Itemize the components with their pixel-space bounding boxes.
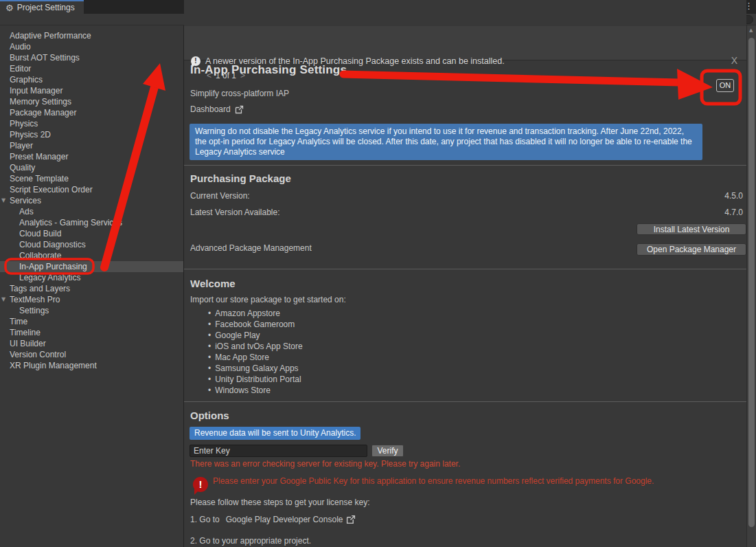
- sidebar-item-label: Package Manager: [10, 108, 76, 118]
- sidebar-item[interactable]: Timeline: [0, 327, 183, 338]
- store-name: Unity Distribution Portal: [215, 375, 301, 384]
- verify-button[interactable]: Verify: [371, 445, 404, 457]
- sidebar-item[interactable]: Analytics - Gaming Services: [0, 217, 183, 228]
- sidebar-item[interactable]: Legacy Analytics: [0, 272, 183, 283]
- sidebar-item-label: Time: [10, 317, 27, 326]
- sidebar-item-label: Editor: [10, 64, 31, 74]
- sidebar-item[interactable]: Adaptive Performance: [0, 30, 183, 41]
- external-link-icon: [346, 515, 356, 524]
- options-heading: Options: [190, 410, 229, 421]
- sidebar-item[interactable]: Settings: [0, 305, 183, 316]
- sidebar-item[interactable]: XR Plugin Management: [0, 360, 183, 371]
- scroll-up-icon[interactable]: ▲: [749, 27, 753, 33]
- store-list-item: Amazon Appstore: [208, 308, 303, 319]
- license-step-2: 2. Go to your appropriate project.: [190, 536, 311, 546]
- sidebar-item[interactable]: Memory Settings: [0, 96, 183, 107]
- advanced-package-label: Advanced Package Management: [190, 243, 312, 253]
- sidebar-item-label: Ads: [19, 207, 34, 216]
- sidebar-item[interactable]: Audio: [0, 41, 183, 52]
- store-name: Facebook Gameroom: [215, 320, 295, 329]
- sidebar-item[interactable]: Version Control: [0, 349, 183, 360]
- sidebar-item-label: Input Manager: [10, 86, 62, 96]
- section-divider: [184, 269, 746, 269]
- step1-prefix: 1. Go to: [190, 515, 220, 524]
- store-list-item: iOS and tvOs App Store: [208, 341, 303, 352]
- sidebar-item[interactable]: Graphics: [0, 74, 183, 85]
- vertical-scrollbar[interactable]: ▲: [746, 25, 756, 547]
- iap-subtitle: Simplify cross-platform IAP: [190, 89, 289, 98]
- store-name: iOS and tvOs App Store: [215, 342, 302, 351]
- external-link-icon: [235, 105, 244, 114]
- purchasing-package-heading: Purchasing Package: [190, 172, 291, 184]
- store-list-item: Samsung Galaxy Apps: [208, 363, 303, 374]
- current-version-value: 4.5.0: [724, 191, 743, 201]
- google-key-error-text: Please enter your Google Public Key for …: [213, 476, 731, 486]
- sidebar-item[interactable]: Physics 2D: [0, 129, 183, 140]
- store-list-item: Mac App Store: [208, 352, 303, 363]
- scrollbar-thumb[interactable]: [748, 38, 755, 527]
- sidebar-item[interactable]: Player: [0, 140, 183, 151]
- store-name: Windows Store: [215, 386, 271, 395]
- sidebar-item[interactable]: UI Builder: [0, 338, 183, 349]
- project-settings-window: ⚙ Project Settings ⋮ Adaptive Performanc…: [0, 0, 756, 547]
- sidebar-item-label: Legacy Analytics: [19, 273, 80, 282]
- welcome-heading: Welcome: [190, 278, 236, 289]
- sidebar-item[interactable]: Burst AOT Settings: [0, 52, 183, 63]
- sidebar-item-label: Cloud Build: [19, 229, 61, 238]
- tab-project-settings[interactable]: ⚙ Project Settings: [0, 0, 84, 14]
- sidebar-item-label: Cloud Diagnostics: [19, 240, 86, 249]
- section-divider: [184, 165, 746, 166]
- notification-banner: ! A newer version of the In-App Purchasi…: [184, 26, 746, 60]
- sidebar-item[interactable]: Package Manager: [0, 107, 183, 118]
- sidebar-item-label: Adaptive Performance: [10, 31, 91, 41]
- sidebar-item[interactable]: Physics: [0, 118, 183, 129]
- sidebar-item[interactable]: Services: [0, 195, 183, 206]
- sidebar-item-label: In-App Purchasing: [19, 262, 87, 271]
- sidebar-item[interactable]: Scene Template: [0, 173, 183, 184]
- google-play-console-link[interactable]: Google Play Developer Console: [226, 515, 343, 524]
- sidebar-item-label: Memory Settings: [10, 97, 71, 107]
- sidebar-item-label: Script Execution Order: [10, 185, 93, 194]
- sidebar-item[interactable]: Time: [0, 316, 183, 327]
- gear-icon: ⚙: [5, 3, 14, 12]
- sidebar-item[interactable]: Script Execution Order: [0, 184, 183, 195]
- sidebar-item[interactable]: Editor: [0, 63, 183, 74]
- store-name: Google Play: [215, 331, 260, 340]
- store-list-item: Unity Distribution Portal: [208, 374, 303, 385]
- store-name: Amazon Appstore: [215, 309, 280, 318]
- iap-on-toggle[interactable]: ON: [716, 79, 734, 92]
- latest-version-row: Latest Version Available: 4.7.0: [190, 208, 743, 217]
- store-name: Samsung Galaxy Apps: [215, 364, 298, 373]
- server-error-text: There was an error checking server for e…: [190, 459, 460, 469]
- sidebar-item[interactable]: Ads: [0, 206, 183, 217]
- store-list-item: Facebook Gameroom: [208, 319, 303, 330]
- sidebar-item[interactable]: Preset Manager: [0, 151, 183, 162]
- sidebar-item-label: Version Control: [10, 350, 66, 359]
- sidebar-item[interactable]: Collaborate: [0, 250, 183, 261]
- sidebar-item[interactable]: Cloud Build: [0, 228, 183, 239]
- install-latest-version-button[interactable]: Install Latest Version: [637, 223, 746, 235]
- sidebar-item[interactable]: Cloud Diagnostics: [0, 239, 183, 250]
- dashboard-link[interactable]: Dashboard: [190, 104, 244, 114]
- sidebar-item[interactable]: Input Manager: [0, 85, 183, 96]
- sidebar-item-label: Player: [10, 141, 33, 150]
- sidebar-item[interactable]: In-App Purchasing: [0, 261, 183, 272]
- current-version-label: Current Version:: [190, 191, 250, 201]
- sidebar-item-label: Physics 2D: [10, 130, 51, 139]
- sidebar-item[interactable]: Quality: [0, 162, 183, 173]
- settings-sidebar: Adaptive Performance Audio Burst AOT Set…: [0, 25, 184, 547]
- latest-version-label: Latest Version Available:: [190, 208, 280, 217]
- close-icon[interactable]: X: [731, 55, 737, 66]
- sidebar-item-label: Timeline: [10, 328, 41, 337]
- store-name: Mac App Store: [215, 353, 269, 362]
- sidebar-item-label: XR Plugin Management: [10, 361, 97, 370]
- sidebar-item[interactable]: Tags and Layers: [0, 283, 183, 294]
- sidebar-item-label: UI Builder: [10, 339, 46, 348]
- sidebar-item-label: Settings: [19, 306, 49, 315]
- google-key-input[interactable]: [190, 445, 367, 457]
- revenue-analytics-note: Revenue data will be sent to Unity Analy…: [190, 427, 360, 440]
- dashboard-label: Dashboard: [190, 104, 231, 114]
- sidebar-item[interactable]: TextMesh Pro: [0, 294, 183, 305]
- open-package-manager-button[interactable]: Open Package Manager: [637, 243, 746, 256]
- sidebar-item-label: Analytics - Gaming Services: [19, 218, 122, 227]
